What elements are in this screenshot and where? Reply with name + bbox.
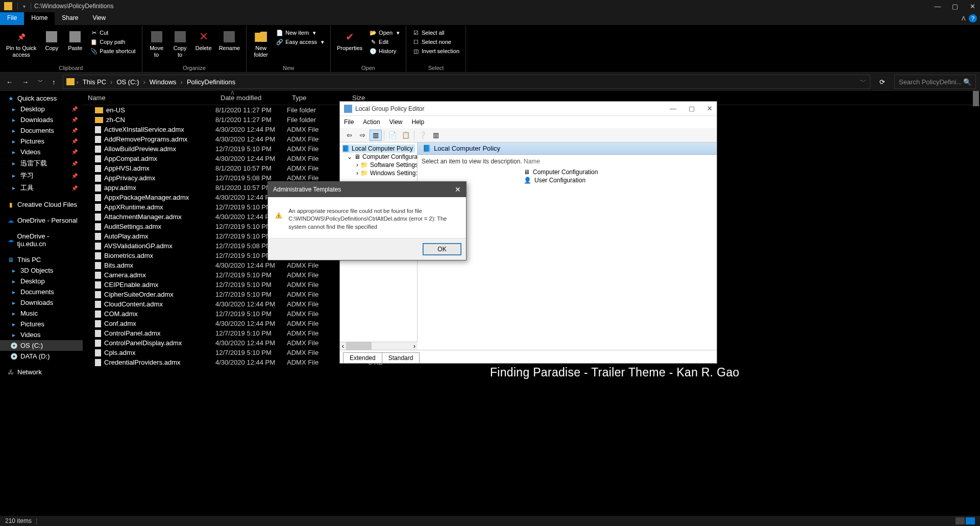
- copy-to-button[interactable]: Copy to: [170, 29, 190, 59]
- edit-button[interactable]: ✎Edit: [368, 38, 402, 46]
- open-button[interactable]: 📂Open▾: [368, 29, 402, 37]
- gpedit-close-button[interactable]: ✕: [707, 105, 713, 112]
- gpedit-titlebar[interactable]: Local Group Policy Editor — ▢ ✕: [340, 102, 717, 116]
- sidebar-item[interactable]: ▸Downloads📌: [0, 114, 83, 125]
- tab-home[interactable]: Home: [24, 12, 55, 25]
- forward-button[interactable]: →: [20, 76, 31, 88]
- gpedit-menu-action[interactable]: Action: [363, 118, 380, 126]
- expand-icon[interactable]: ⌄: [347, 153, 352, 160]
- sidebar-item[interactable]: ▸Desktop📌: [0, 104, 83, 114]
- gpedit-tab-extended[interactable]: Extended: [343, 352, 382, 363]
- sidebar-creative-cloud[interactable]: ▮Creative Cloud Files: [0, 199, 83, 210]
- error-close-button[interactable]: ✕: [455, 185, 461, 194]
- copy-path-button[interactable]: 📋Copy path: [88, 38, 137, 46]
- sidebar-item[interactable]: ▸Desktop: [0, 276, 83, 286]
- gpedit-menu-help[interactable]: Help: [412, 118, 425, 126]
- move-to-button[interactable]: Move to: [146, 29, 167, 59]
- sidebar-onedrive-tju[interactable]: ☁OneDrive - tju.edu.cn: [0, 231, 83, 249]
- scrollbar-thumb[interactable]: [973, 91, 979, 106]
- new-item-button[interactable]: 📄New item▾: [274, 29, 326, 37]
- col-date[interactable]: Date modified: [215, 92, 287, 104]
- refresh-button[interactable]: ⟳: [875, 76, 889, 88]
- easy-access-button[interactable]: 🔗Easy access▾: [274, 38, 326, 46]
- minimize-button[interactable]: —: [934, 3, 941, 10]
- sidebar-item[interactable]: ▸Music: [0, 308, 83, 319]
- cut-button[interactable]: ✂Cut: [88, 29, 137, 37]
- gpedit-filter-button[interactable]: ▥: [430, 130, 442, 141]
- breadcrumb[interactable]: This PC: [81, 77, 108, 87]
- expand-icon[interactable]: ›: [356, 170, 358, 177]
- sidebar-this-pc[interactable]: 🖥This PC: [0, 254, 83, 265]
- ribbon-collapse-icon[interactable]: ᐱ: [962, 15, 966, 22]
- tab-view[interactable]: View: [85, 12, 113, 25]
- select-none-button[interactable]: ☐Select none: [410, 38, 461, 46]
- copy-button[interactable]: Copy: [41, 29, 62, 53]
- tab-share[interactable]: Share: [55, 12, 85, 25]
- close-button[interactable]: ✕: [969, 3, 976, 10]
- gpedit-item-uc[interactable]: 👤User Configuration: [524, 176, 713, 184]
- breadcrumb[interactable]: OS (C:): [114, 77, 141, 87]
- gpedit-tab-standard[interactable]: Standard: [382, 352, 420, 363]
- gpedit-export-button[interactable]: 📋: [400, 130, 412, 141]
- gpedit-back-button[interactable]: ⇦: [343, 130, 355, 141]
- search-input[interactable]: Search PolicyDefini... 🔍: [894, 75, 976, 89]
- view-large-button[interactable]: [966, 517, 975, 524]
- address-dropdown-icon[interactable]: ﹀: [860, 77, 867, 86]
- select-all-button[interactable]: ☑Select all: [410, 29, 461, 37]
- pin-quick-access-button[interactable]: 📌 Pin to Quick access: [4, 29, 38, 59]
- qat-dropdown-icon[interactable]: ▾: [23, 4, 26, 9]
- sidebar-item[interactable]: ▸Videos: [0, 329, 83, 340]
- paste-shortcut-button[interactable]: 📎Paste shortcut: [88, 47, 137, 55]
- expand-icon[interactable]: ›: [356, 161, 358, 169]
- history-button[interactable]: 🕓History: [368, 47, 402, 55]
- back-button[interactable]: ←: [4, 76, 15, 88]
- gpedit-menu-view[interactable]: View: [389, 118, 403, 126]
- gpedit-tree-cc[interactable]: ⌄🖥Computer Configurat: [342, 153, 415, 161]
- paste-button[interactable]: Paste: [65, 29, 85, 53]
- sidebar-item[interactable]: ▸Documents📌: [0, 125, 83, 136]
- sidebar-item[interactable]: 💿OS (C:): [0, 340, 83, 351]
- gpedit-menu-file[interactable]: File: [344, 118, 354, 126]
- gpedit-tree-ws[interactable]: ›📁Windows Setting:: [342, 169, 415, 177]
- recent-dropdown[interactable]: ﹀: [36, 76, 45, 87]
- sidebar-item[interactable]: ▸Pictures📌: [0, 136, 83, 147]
- navigation-pane[interactable]: ★Quick access ▸Desktop📌▸Downloads📌▸Docum…: [0, 91, 83, 516]
- gpedit-show-tree-button[interactable]: ▥: [370, 130, 382, 141]
- sidebar-item[interactable]: ▸Downloads: [0, 297, 83, 308]
- gpedit-help-button[interactable]: ❔: [416, 130, 429, 141]
- error-titlebar[interactable]: Administrative Templates ✕: [268, 182, 466, 197]
- gpedit-properties-button[interactable]: 📄: [386, 130, 399, 141]
- gpedit-maximize-button[interactable]: ▢: [689, 105, 695, 112]
- sidebar-quick-access[interactable]: ★Quick access: [0, 93, 83, 104]
- col-type[interactable]: Type: [287, 92, 347, 104]
- breadcrumb[interactable]: Windows: [148, 77, 179, 87]
- gpedit-tree-ss[interactable]: ›📁Software Settings: [342, 161, 415, 169]
- error-dialog[interactable]: Administrative Templates ✕ ! An appropri…: [267, 181, 467, 260]
- gpedit-name-column[interactable]: Name: [524, 158, 713, 165]
- up-button[interactable]: ↑: [50, 76, 58, 88]
- gpedit-tree-scrollbar[interactable]: ‹›: [340, 342, 418, 350]
- rename-button[interactable]: Rename: [217, 29, 242, 53]
- gpedit-tree-root[interactable]: 📘Local Computer Policy: [342, 145, 415, 153]
- sidebar-item[interactable]: ▸Documents: [0, 286, 83, 297]
- invert-selection-button[interactable]: ◫Invert selection: [410, 47, 461, 55]
- tab-file[interactable]: File: [0, 12, 24, 25]
- help-icon[interactable]: ?: [969, 14, 977, 22]
- gpedit-item-cc[interactable]: 🖥Computer Configuration: [524, 168, 713, 176]
- sidebar-item[interactable]: ▸Pictures: [0, 319, 83, 329]
- col-name[interactable]: Name: [83, 92, 215, 104]
- sidebar-item[interactable]: ▸迅雷下载📌: [0, 157, 83, 170]
- sidebar-item[interactable]: ▸学习📌: [0, 170, 83, 182]
- gpedit-forward-button[interactable]: ⇨: [356, 130, 369, 141]
- breadcrumb[interactable]: PolicyDefinitions: [185, 77, 237, 87]
- address-bar[interactable]: › This PC› OS (C:)› Windows› PolicyDefin…: [63, 75, 871, 89]
- maximize-button[interactable]: ▢: [951, 3, 959, 10]
- sidebar-item[interactable]: 💿DATA (D:): [0, 351, 83, 362]
- error-ok-button[interactable]: OK: [423, 244, 461, 255]
- gpedit-minimize-button[interactable]: —: [670, 105, 676, 112]
- sidebar-item[interactable]: ▸工具📌: [0, 182, 83, 194]
- new-folder-button[interactable]: New folder: [251, 29, 271, 59]
- sidebar-item[interactable]: ▸3D Objects: [0, 265, 83, 276]
- sidebar-item[interactable]: ▸Videos📌: [0, 147, 83, 157]
- properties-button[interactable]: ✔Properties: [335, 29, 364, 53]
